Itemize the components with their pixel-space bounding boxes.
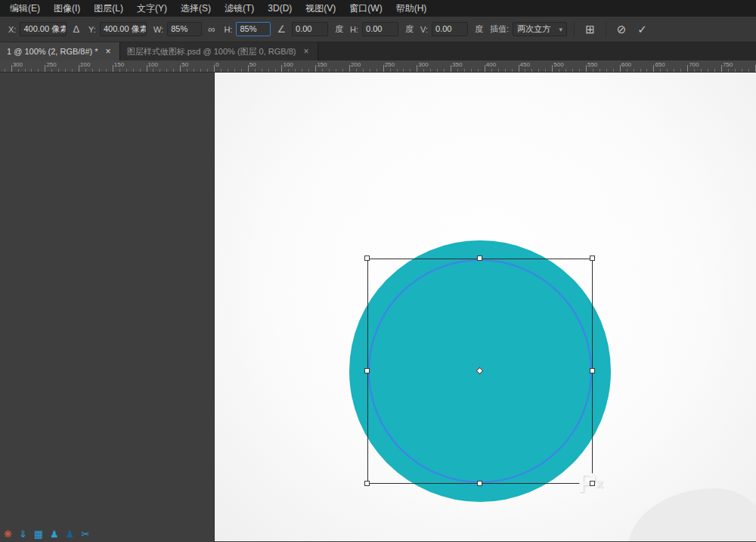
ruler-tick xyxy=(113,65,113,72)
ruler-tick-label: 700 xyxy=(689,61,699,68)
ruler-tick xyxy=(18,69,19,72)
menu-item[interactable]: 窗口(W) xyxy=(342,0,389,17)
menu-item[interactable]: 图像(I) xyxy=(47,0,87,17)
rotation-angle-icon: ∠ xyxy=(274,22,288,36)
width-input[interactable]: 85% xyxy=(167,22,202,36)
h-skew-input[interactable]: 0.00 xyxy=(362,22,398,36)
ruler-tick xyxy=(667,69,668,72)
ruler-tick xyxy=(383,65,384,72)
ruler-tick xyxy=(464,69,465,72)
taskbar-app-icon[interactable]: ❋ xyxy=(4,528,12,541)
menu-item[interactable]: 帮助(H) xyxy=(389,0,434,17)
ruler-tick xyxy=(153,69,153,72)
ruler-tick xyxy=(451,65,451,72)
ruler-tick xyxy=(322,69,323,72)
v-skew-label: V: xyxy=(420,25,428,34)
menu-item[interactable]: 图层(L) xyxy=(87,0,130,17)
warp-mode-toggle-icon[interactable]: ⊞ xyxy=(581,22,599,36)
ruler-tick-label: 250 xyxy=(385,61,395,68)
menu-bar: 编辑(E)图像(I)图层(L)文字(Y)选择(S)滤镜(T)3D(D)视图(V)… xyxy=(0,0,756,17)
ruler-tick xyxy=(349,65,350,72)
transform-handle[interactable] xyxy=(590,481,595,486)
ruler-tick xyxy=(735,69,736,72)
interpolation-select[interactable]: 两次立方 ▾ xyxy=(513,22,567,36)
ruler-tick xyxy=(606,69,607,72)
ruler-tick xyxy=(119,69,120,72)
menu-item[interactable]: 3D(D) xyxy=(261,0,299,17)
menu-item[interactable]: 滤镜(T) xyxy=(218,0,261,17)
transform-handle[interactable] xyxy=(364,481,370,486)
ruler-tick xyxy=(126,69,127,72)
menu-item[interactable]: 视图(V) xyxy=(299,0,342,17)
ruler-tick xyxy=(255,69,256,72)
document-tab[interactable]: 1 @ 100% (2, RGB/8#) *× xyxy=(0,42,120,60)
rotation-unit: 度 xyxy=(335,23,343,35)
options-bar: X: 400.00 像素 Δ Y: 400.00 像素 W: 85% ∞ H: … xyxy=(0,17,756,42)
document-tab[interactable]: 图层样式做图标.psd @ 100% (图层 0, RGB/8)× xyxy=(120,42,318,60)
ruler-tick xyxy=(295,69,296,72)
ruler-tick xyxy=(329,69,330,72)
taskbar-app-icon[interactable]: ⇓ xyxy=(19,528,27,541)
tab-close-button[interactable]: × xyxy=(302,46,311,57)
ruler-tick xyxy=(262,69,262,72)
ruler-tick-label: 750 xyxy=(723,61,733,68)
ruler-tick-label: 200 xyxy=(351,61,361,68)
ruler-tick xyxy=(92,69,93,72)
menu-item[interactable]: 编辑(E) xyxy=(3,0,47,17)
ruler-tick-label: 450 xyxy=(520,61,530,68)
ruler-tick xyxy=(180,65,181,72)
taskbar-app-icon[interactable]: ▦ xyxy=(34,528,43,541)
ruler-horizontal[interactable]: 3002502001501005005010015020025030035040… xyxy=(0,60,756,73)
ruler-tick-label: 250 xyxy=(46,61,56,68)
link-dimensions-icon[interactable]: ∞ xyxy=(206,22,217,36)
ruler-tick xyxy=(653,65,654,72)
ruler-tick xyxy=(708,69,708,72)
ruler-tick xyxy=(248,65,249,72)
taskbar-app-icon[interactable]: ♟ xyxy=(66,528,75,541)
y-input[interactable]: 400.00 像素 xyxy=(100,22,147,36)
ruler-tick xyxy=(640,69,641,72)
tab-close-button[interactable]: × xyxy=(104,46,113,57)
v-skew-input[interactable]: 0.00 xyxy=(432,22,468,36)
ruler-tick xyxy=(755,65,756,72)
ruler-tick-label: 300 xyxy=(13,61,23,68)
ruler-tick-label: 200 xyxy=(80,61,90,68)
ruler-tick-label: 0 xyxy=(215,61,218,68)
ruler-tick xyxy=(85,69,86,72)
x-input[interactable]: 400.00 像素 xyxy=(20,22,67,36)
transform-handle[interactable] xyxy=(364,368,370,373)
taskbar-icons: ❋⇓▦♟♟✂ xyxy=(0,528,89,541)
menu-item[interactable]: 选择(S) xyxy=(174,0,218,17)
ruler-tick xyxy=(31,69,32,72)
taskbar-app-icon[interactable]: ✂ xyxy=(81,528,89,541)
transform-handle[interactable] xyxy=(477,481,482,486)
ruler-tick-label: 350 xyxy=(452,61,462,68)
rotation-input[interactable]: 0.00 xyxy=(292,22,328,36)
menu-item[interactable]: 文字(Y) xyxy=(130,0,174,17)
relative-position-icon[interactable]: Δ xyxy=(70,22,82,36)
ruler-tick-label: 550 xyxy=(587,61,597,68)
transform-handle[interactable] xyxy=(364,256,370,261)
ruler-tick xyxy=(11,65,12,72)
ruler-tick-label: 100 xyxy=(283,61,293,68)
transform-handle[interactable] xyxy=(590,256,595,261)
h-skew-label: H: xyxy=(350,25,358,34)
commit-transform-icon[interactable]: ✓ xyxy=(634,22,651,36)
transform-handle[interactable] xyxy=(477,256,482,261)
document-canvas[interactable]: Px xyxy=(214,73,756,541)
height-input[interactable]: 85% xyxy=(236,22,271,36)
ruler-tick xyxy=(376,69,377,72)
taskbar-app-icon[interactable]: ♟ xyxy=(50,528,59,541)
ruler-tick xyxy=(342,69,343,72)
ruler-tick xyxy=(221,69,222,72)
cancel-transform-icon[interactable]: ⊘ xyxy=(613,22,631,36)
ruler-tick xyxy=(187,69,187,72)
transform-handle[interactable] xyxy=(590,368,595,373)
workspace: Px ❋⇓▦♟♟✂ xyxy=(0,73,756,541)
ruler-tick xyxy=(302,69,302,72)
ruler-tick xyxy=(545,69,546,72)
ruler-tick xyxy=(308,69,309,72)
ruler-tick xyxy=(660,69,661,72)
ruler-tick xyxy=(288,69,289,72)
ruler-tick xyxy=(694,69,695,72)
